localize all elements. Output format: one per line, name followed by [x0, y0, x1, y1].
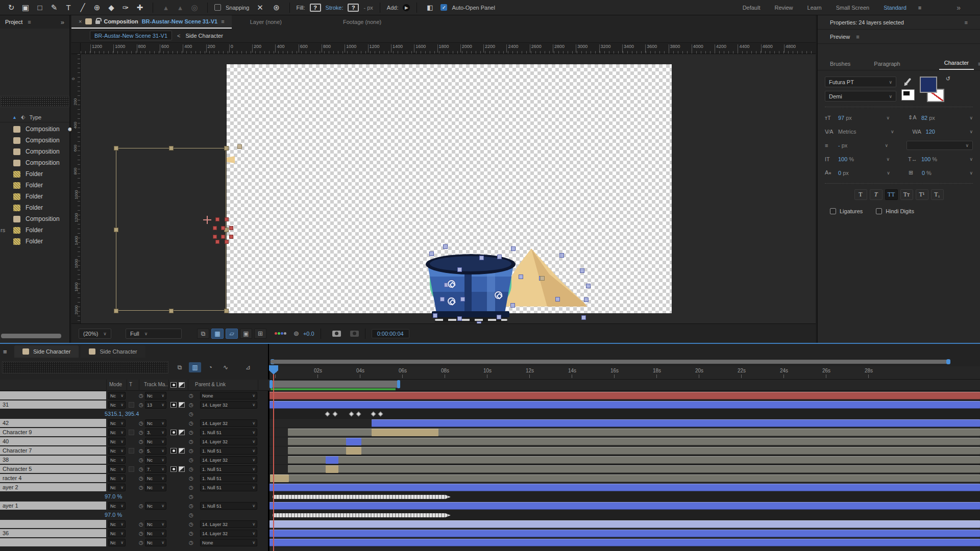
mask-vertex-handle[interactable] — [213, 226, 217, 230]
work-area-bar[interactable] — [271, 381, 399, 388]
preview-menu-icon[interactable]: ≡ — [856, 34, 859, 40]
selection-handle[interactable] — [559, 253, 564, 258]
blend-mode-dropdown[interactable]: Nc∨ — [108, 484, 126, 491]
layer-name-cell[interactable]: ayer 1 — [0, 502, 106, 510]
blend-mode-dropdown[interactable]: Nc∨ — [108, 520, 126, 528]
stopwatch-icon[interactable]: ◷ — [189, 475, 193, 481]
layer-row-left[interactable]: 38Nc∨◷Nc∨◷14. Layer 32∨ — [0, 456, 268, 465]
character-menu-icon[interactable]: ≡ — [978, 61, 980, 70]
layer-segment-bar[interactable] — [346, 447, 361, 455]
project-menu-icon[interactable]: ≡ — [28, 19, 31, 25]
transparency-grid-icon[interactable]: ▦ — [211, 329, 224, 339]
blend-mode-dropdown[interactable]: Nc∨ — [108, 419, 126, 427]
add-button[interactable]: ▶ — [403, 4, 410, 11]
bounding-box-handle[interactable] — [114, 309, 118, 313]
selection-handle[interactable] — [581, 315, 586, 320]
parent-link-dropdown[interactable]: 1. Null 51∨ — [200, 447, 257, 455]
project-collapse-chevron[interactable]: » — [61, 18, 64, 26]
attribute-value[interactable]: Metrics — [838, 129, 856, 135]
parent-link-dropdown[interactable]: 14. Layer 32∨ — [200, 401, 257, 409]
preserve-transparency-toggle[interactable] — [129, 402, 134, 408]
blend-mode-dropdown[interactable]: Nc∨ — [108, 401, 126, 409]
stopwatch-icon[interactable]: ◷ — [139, 457, 143, 463]
stroke-style-dropdown[interactable]: ∨ — [906, 141, 973, 150]
take-snapshot-icon[interactable] — [332, 331, 341, 337]
chevron-down-icon[interactable]: ∨ — [969, 115, 973, 120]
stopwatch-icon[interactable]: ◷ — [139, 503, 143, 509]
selection-handle[interactable] — [511, 246, 516, 251]
stopwatch-icon[interactable]: ◷ — [139, 540, 143, 545]
blend-mode-dropdown[interactable]: Nc∨ — [108, 474, 126, 482]
property-row-bars[interactable] — [270, 410, 980, 419]
blend-mode-dropdown[interactable]: Nc∨ — [108, 447, 126, 455]
lock-icon[interactable] — [95, 20, 100, 24]
footage-tab[interactable]: Footage (none) — [343, 19, 381, 25]
stopwatch-icon[interactable]: ◷ — [189, 402, 193, 408]
property-row-bars[interactable] — [270, 492, 980, 502]
mask-vertex-handle[interactable] — [213, 235, 217, 239]
layer-duration-bar[interactable] — [289, 474, 980, 482]
expression-range-bar[interactable] — [273, 513, 451, 517]
tab-character[interactable]: Character — [939, 57, 974, 70]
stopwatch-icon[interactable]: ◷ — [189, 531, 193, 536]
chevron-down-icon[interactable]: ∨ — [885, 143, 906, 148]
keyframe-diamond[interactable] — [371, 412, 376, 417]
selection-handle[interactable] — [580, 268, 584, 273]
project-item-row[interactable]: rsFolder — [0, 224, 69, 236]
viewer-menu-icon[interactable]: ≡ — [221, 18, 224, 24]
workspace-menu-icon[interactable]: ≡ — [918, 5, 921, 11]
motion-blur-icon[interactable]: ◔ — [204, 362, 216, 372]
layer-duration-bar[interactable] — [270, 520, 980, 528]
tab-brushes[interactable]: Brushes — [825, 58, 855, 70]
luma-matte-toggle[interactable] — [179, 402, 185, 408]
project-item-row[interactable]: Folder — [0, 202, 69, 213]
track-matte-dropdown[interactable]: Nc∨ — [145, 456, 166, 464]
faux-italic-button[interactable]: T — [870, 189, 883, 200]
mode-column-header[interactable]: Mode — [109, 382, 122, 387]
layer-name-cell[interactable]: Character 9 — [0, 428, 106, 436]
blend-mode-dropdown[interactable]: Nc∨ — [108, 465, 126, 473]
stamp-tool[interactable]: ⊕ — [91, 2, 103, 13]
layer-row-bars[interactable] — [270, 529, 980, 538]
subscript-button[interactable]: T₁ — [931, 189, 944, 200]
layer-row-left[interactable]: Nc∨◷Nc∨◷None∨ — [0, 538, 268, 547]
fill-swatch[interactable]: ? — [310, 4, 321, 12]
layer-row-left[interactable]: ayer 1Nc∨◷Nc∨◷1. Null 51∨ — [0, 502, 268, 511]
project-horizontal-scrollbar[interactable] — [1, 334, 61, 338]
selection-handle[interactable] — [519, 274, 523, 279]
layer-duration-bar[interactable] — [288, 456, 980, 464]
layer-row-bars[interactable] — [270, 474, 980, 483]
pen-tool[interactable]: ✎ — [48, 2, 60, 13]
layer-duration-bar[interactable] — [288, 447, 980, 455]
stopwatch-icon[interactable]: ◷ — [189, 430, 193, 435]
toolbar-overflow-chevron[interactable]: » — [957, 4, 961, 12]
track-matte-dropdown[interactable]: Nc∨ — [145, 530, 166, 537]
anchor-point-icon[interactable] — [495, 291, 502, 299]
selection-handle[interactable] — [479, 256, 484, 260]
blend-mode-dropdown[interactable]: Nc∨ — [108, 438, 126, 445]
bounding-box-handle[interactable] — [114, 228, 118, 232]
graph-editor-icon[interactable]: ⊿ — [242, 362, 254, 372]
parent-link-dropdown[interactable]: 1. Null 51∨ — [200, 429, 257, 436]
stopwatch-icon[interactable]: ◷ — [189, 393, 193, 398]
layer-row-bars[interactable] — [270, 502, 980, 511]
layer-row-bars[interactable] — [270, 400, 980, 410]
property-row-bars[interactable] — [270, 511, 980, 520]
workspace-small-screen[interactable]: Small Screen — [836, 5, 869, 11]
type-column-header[interactable]: Type — [29, 114, 41, 120]
selection-handle[interactable] — [586, 284, 591, 288]
black-white-swatch-icon[interactable] — [901, 89, 915, 101]
layer-duration-bar[interactable] — [270, 401, 980, 409]
track-matte-dropdown[interactable]: 13∨ — [145, 401, 166, 409]
mask-visibility-icon[interactable]: ▱ — [226, 329, 238, 339]
bucket-artwork[interactable] — [425, 254, 517, 323]
stopwatch-icon[interactable]: ◷ — [139, 430, 143, 435]
luma-matte-toggle[interactable] — [179, 448, 185, 454]
attribute-value[interactable]: - — [838, 142, 840, 148]
track-matte-dropdown[interactable]: Nc∨ — [145, 502, 166, 510]
channel-icon[interactable] — [275, 332, 286, 335]
layer-row-left[interactable]: 31Nc∨◷13∨◷14. Layer 32∨ — [0, 400, 268, 410]
layer-row-bars[interactable] — [270, 483, 980, 492]
track-matte-dropdown[interactable]: 7.∨ — [145, 465, 166, 473]
fill-color-swatch[interactable] — [920, 77, 937, 93]
